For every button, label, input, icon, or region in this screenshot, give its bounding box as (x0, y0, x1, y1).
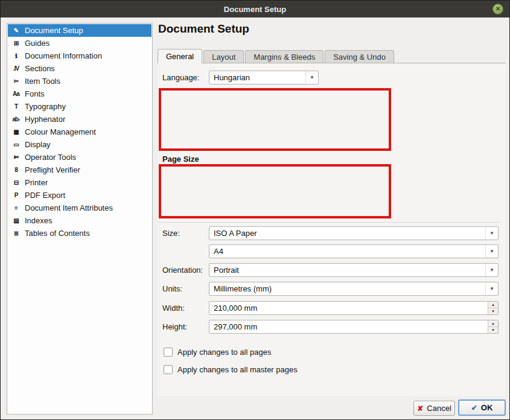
sidebar-item-tables-of-contents[interactable]: ≣ Tables of Contents (8, 227, 151, 240)
cancel-button-label: Cancel (427, 404, 451, 413)
sidebar-item-colour-management[interactable]: ▦ Colour Management (8, 126, 151, 138)
orientation-label: Orientation: (162, 263, 203, 277)
hyphenator-icon: ab- (10, 116, 22, 122)
apply-all-master-pages-row[interactable]: Apply changes to all master pages (164, 365, 298, 374)
document-setup-icon: ✎ (10, 27, 22, 34)
item-tools-icon: ✂ (10, 78, 22, 84)
size-label: Size: (162, 226, 180, 240)
settings-category-list: ✎ Document Setup ⊞ Guides ℹ Document Inf… (7, 23, 153, 415)
width-label: Width: (162, 301, 185, 315)
sidebar-item-pdf-export[interactable]: P PDF Export (8, 189, 151, 202)
sidebar-item-label: Document Setup (25, 26, 83, 35)
sidebar-item-label: Display (25, 140, 51, 149)
page-title: Document Setup (158, 22, 249, 36)
sidebar-item-sections[interactable]: .IV Sections (8, 62, 151, 75)
sidebar-item-label: PDF Export (25, 191, 65, 200)
sidebar-item-label: Item Tools (25, 77, 60, 86)
close-button[interactable]: ✕ (492, 4, 503, 14)
sidebar-item-document-setup[interactable]: ✎ Document Setup (8, 24, 151, 37)
apply-all-master-pages-label: Apply changes to all master pages (177, 365, 298, 374)
width-spinbox[interactable]: 210,000 mm ▲ ▼ (209, 301, 499, 315)
height-value: 297,000 mm (209, 320, 488, 333)
sidebar-item-label: Preflight Verifier (25, 165, 80, 174)
tab-margins-bleeds[interactable]: Margins & Bleeds (245, 50, 324, 63)
indexes-icon: ▤ (10, 217, 22, 224)
sidebar-item-fonts[interactable]: Aa Fonts (8, 88, 151, 100)
sidebar-item-hyphenator[interactable]: ab- Hyphenator (8, 113, 151, 126)
ok-icon: ✔ (471, 404, 477, 412)
close-icon: ✕ (496, 6, 500, 12)
window-title: Document Setup (224, 5, 286, 14)
titlebar[interactable]: Document Setup ✕ (1, 1, 509, 18)
sidebar-item-document-item-attributes[interactable]: ≡ Document Item Attributes (8, 202, 151, 214)
sidebar-item-label: Tables of Contents (25, 229, 90, 238)
sidebar-item-label: Operator Tools (25, 153, 76, 162)
tab-layout[interactable]: Layout (203, 50, 244, 63)
language-label: Language: (162, 71, 199, 84)
height-spinbox[interactable]: 297,000 mm ▲ ▼ (209, 320, 499, 334)
sidebar-item-item-tools[interactable]: ✂ Item Tools (8, 75, 151, 88)
printer-icon: ⊟ (10, 179, 22, 186)
sidebar-item-preflight-verifier[interactable]: 8 Preflight Verifier (8, 164, 151, 176)
page-format-value: A4 (209, 247, 485, 256)
sidebar-item-document-information[interactable]: ℹ Document Information (8, 49, 151, 62)
units-value: Millimetres (mm) (209, 284, 485, 293)
orientation-value: Portrait (209, 266, 485, 275)
annotation-box-page-size (159, 164, 391, 218)
sidebar-item-typography[interactable]: T Typography (8, 100, 151, 113)
sidebar-item-label: Indexes (25, 216, 53, 225)
tab-general[interactable]: General (158, 49, 202, 63)
tab-saving-undo[interactable]: Saving & Undo (325, 50, 394, 63)
preflight-verifier-icon: 8 (10, 167, 22, 173)
display-icon: ▭ (10, 141, 22, 148)
colour-management-icon: ▦ (10, 129, 22, 135)
annotation-box-top (159, 88, 391, 151)
spin-up-icon[interactable]: ▲ (488, 302, 498, 308)
tab-bar: GeneralLayoutMargins & BleedsSaving & Un… (158, 49, 506, 63)
sidebar-item-label: Colour Management (25, 127, 96, 136)
sidebar-item-label: Hyphenator (25, 115, 65, 124)
orientation-select[interactable]: Portrait ▼ (209, 263, 499, 277)
document-setup-dialog: Document Setup ✕ ✎ Document Setup ⊞ Guid… (0, 0, 510, 420)
page-format-select[interactable]: A4 ▼ (209, 244, 499, 258)
pdf-export-icon: P (10, 192, 22, 199)
apply-all-master-pages-checkbox[interactable] (164, 365, 173, 374)
sidebar-item-operator-tools[interactable]: ✄ Operator Tools (8, 151, 151, 164)
chevron-down-icon: ▼ (305, 71, 318, 84)
sidebar-item-label: Document Information (25, 51, 102, 60)
apply-all-pages-checkbox[interactable] (164, 348, 173, 357)
apply-all-pages-label: Apply changes to all pages (177, 348, 271, 357)
units-select[interactable]: Millimetres (mm) ▼ (209, 282, 499, 296)
sidebar-item-label: Typography (25, 102, 66, 111)
sections-icon: .IV (10, 65, 22, 72)
size-select[interactable]: ISO A Paper ▼ (209, 226, 499, 240)
height-label: Height: (162, 320, 187, 334)
fonts-icon: Aa (10, 91, 22, 97)
units-label: Units: (162, 282, 182, 296)
sidebar-item-label: Guides (25, 39, 49, 48)
sidebar-item-printer[interactable]: ⊟ Printer (8, 176, 151, 189)
ok-button[interactable]: ✔ OK (458, 399, 506, 416)
sidebar-item-label: Printer (25, 178, 48, 187)
sidebar-item-display[interactable]: ▭ Display (8, 138, 151, 151)
ok-button-label: OK (481, 403, 493, 412)
sidebar-item-guides[interactable]: ⊞ Guides (8, 37, 151, 49)
chevron-down-icon: ▼ (485, 227, 498, 240)
sidebar-item-label: Fonts (25, 89, 45, 98)
spin-up-icon[interactable]: ▲ (488, 320, 498, 327)
operator-tools-icon: ✄ (10, 154, 22, 161)
spin-down-icon[interactable]: ▼ (488, 327, 498, 333)
guides-icon: ⊞ (10, 40, 22, 46)
sidebar-item-indexes[interactable]: ▤ Indexes (8, 214, 151, 227)
sidebar-item-label: Sections (25, 64, 55, 73)
page-size-heading: Page Size (162, 154, 199, 164)
typography-icon: T (10, 103, 22, 110)
language-value: Hungarian (209, 73, 305, 82)
spin-down-icon[interactable]: ▼ (488, 308, 498, 314)
sidebar-item-label: Document Item Attributes (25, 203, 113, 212)
cancel-button[interactable]: ✘ Cancel (413, 401, 455, 416)
apply-all-pages-row[interactable]: Apply changes to all pages (164, 348, 271, 357)
cancel-icon: ✘ (417, 404, 423, 413)
separator (158, 222, 500, 223)
language-select[interactable]: Hungarian ▼ (209, 71, 319, 84)
